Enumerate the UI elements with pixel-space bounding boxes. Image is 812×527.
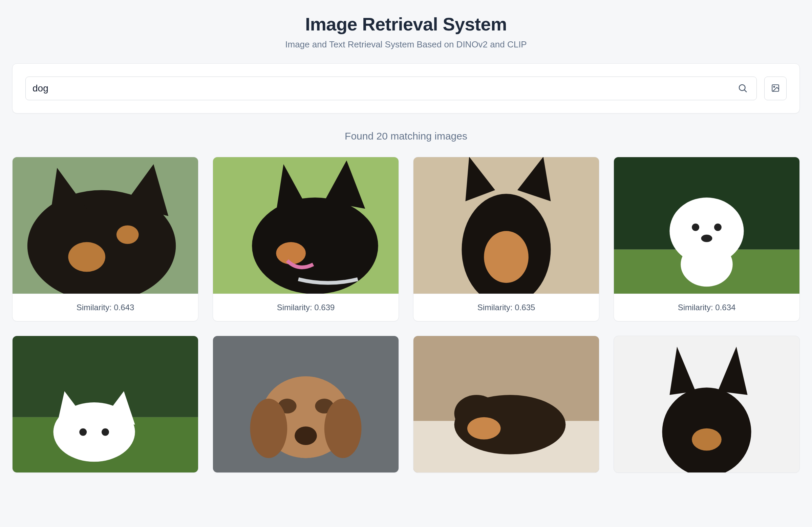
svg-point-51: [692, 428, 722, 451]
result-card[interactable]: Similarity: 0.635: [413, 157, 599, 322]
svg-point-0: [739, 85, 745, 91]
search-input-container: [25, 76, 757, 100]
svg-point-39: [250, 399, 288, 458]
svg-line-1: [744, 90, 746, 91]
svg-point-33: [102, 428, 109, 436]
image-upload-button[interactable]: [764, 76, 787, 100]
similarity-label: Similarity:: [76, 303, 114, 312]
svg-point-23: [681, 242, 733, 287]
result-card[interactable]: [613, 336, 800, 473]
similarity-value: 0.634: [715, 303, 736, 312]
svg-point-14: [276, 242, 306, 265]
svg-point-46: [467, 417, 501, 440]
svg-point-9: [116, 225, 139, 244]
search-row: [25, 76, 787, 100]
result-thumbnail: [213, 336, 398, 472]
svg-point-40: [324, 399, 362, 458]
similarity-label: Similarity:: [477, 303, 515, 312]
svg-point-32: [79, 428, 87, 436]
result-card[interactable]: Similarity: 0.634: [613, 157, 800, 322]
similarity-label: Similarity:: [277, 303, 315, 312]
image-icon: [771, 84, 780, 94]
result-thumbnail: [414, 336, 599, 472]
svg-point-11: [252, 198, 378, 294]
svg-point-26: [701, 235, 712, 242]
page-header: Image Retrieval System Image and Text Re…: [12, 14, 800, 50]
search-panel: [12, 63, 800, 113]
result-card[interactable]: Similarity: 0.639: [213, 157, 399, 322]
result-card[interactable]: [213, 336, 399, 473]
similarity-value: 0.639: [314, 303, 335, 312]
result-thumbnail: [614, 336, 799, 472]
result-card[interactable]: [413, 336, 599, 473]
results-summary: Found 20 matching images: [12, 130, 800, 142]
search-input[interactable]: [32, 77, 736, 100]
result-caption: Similarity: 0.643: [13, 294, 198, 321]
result-thumbnail: [614, 157, 799, 294]
svg-point-3: [774, 86, 775, 87]
similarity-value: 0.635: [515, 303, 535, 312]
result-caption: Similarity: 0.639: [213, 294, 398, 321]
results-grid: Similarity: 0.643 Similarity: 0.639 Simi…: [12, 157, 800, 473]
result-thumbnail: [13, 157, 198, 294]
svg-point-19: [484, 231, 528, 283]
svg-point-8: [68, 242, 105, 272]
search-button[interactable]: [736, 81, 750, 96]
search-icon: [738, 83, 748, 94]
svg-point-24: [692, 224, 699, 231]
result-card[interactable]: Similarity: 0.643: [12, 157, 199, 322]
result-thumbnail: [414, 157, 599, 294]
result-thumbnail: [13, 336, 198, 472]
similarity-value: 0.643: [114, 303, 134, 312]
result-caption: Similarity: 0.635: [414, 294, 599, 321]
result-card[interactable]: [12, 336, 199, 473]
svg-point-41: [294, 426, 317, 445]
similarity-label: Similarity:: [678, 303, 715, 312]
svg-point-25: [714, 224, 722, 231]
page-subtitle: Image and Text Retrieval System Based on…: [12, 39, 800, 50]
result-thumbnail: [213, 157, 398, 294]
result-caption: Similarity: 0.634: [614, 294, 799, 321]
page-title: Image Retrieval System: [12, 14, 800, 34]
